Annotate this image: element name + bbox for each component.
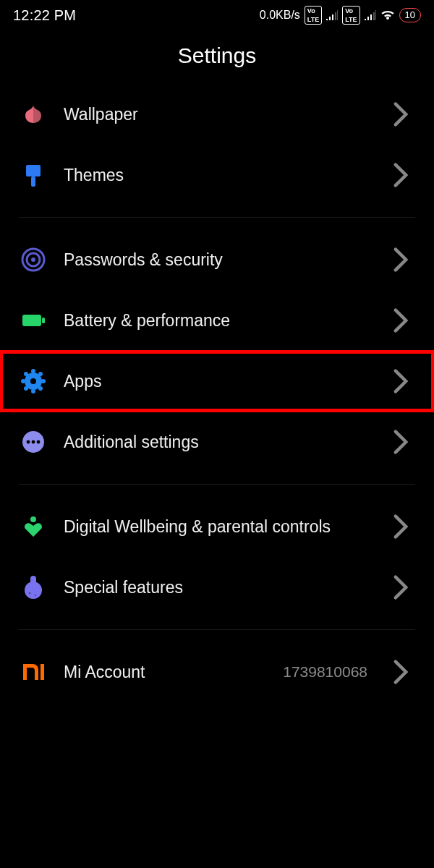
battery-indicator: 10: [399, 8, 421, 22]
svg-point-24: [29, 592, 31, 595]
svg-point-8: [30, 378, 36, 384]
settings-row-label: Apps: [64, 371, 370, 392]
settings-row-battery[interactable]: Battery & performance: [0, 290, 434, 351]
signal-icon: [365, 10, 376, 20]
chevron-right-icon: [388, 574, 414, 600]
flask-icon: [20, 574, 46, 600]
chevron-right-icon: [388, 247, 414, 273]
settings-row-themes[interactable]: Themes: [0, 145, 434, 205]
settings-row-label: Wallpaper: [64, 104, 370, 125]
svg-rect-1: [31, 176, 35, 187]
themes-icon: [20, 162, 46, 188]
settings-row-wallpaper[interactable]: Wallpaper: [0, 84, 434, 145]
svg-point-18: [27, 441, 30, 444]
chevron-right-icon: [388, 162, 414, 188]
wallpaper-icon: [20, 101, 46, 127]
separator: [19, 217, 415, 218]
sim1-badge: VoLTE: [305, 6, 322, 25]
svg-point-13: [24, 372, 28, 376]
fingerprint-icon: [20, 247, 46, 273]
settings-row-wellbeing[interactable]: Digital Wellbeing & parental controls: [0, 496, 434, 557]
chevron-right-icon: [388, 368, 414, 394]
settings-row-additional[interactable]: Additional settings: [0, 412, 434, 472]
settings-row-special[interactable]: Special features: [0, 557, 434, 618]
chevron-right-icon: [388, 659, 414, 685]
settings-row-label: Additional settings: [64, 432, 370, 453]
status-bar: 12:22 PM 0.0KB/s VoLTE VoLTE 10: [0, 0, 434, 27]
settings-row-label: Passwords & security: [64, 250, 370, 271]
wifi-icon: [380, 9, 395, 21]
svg-point-14: [38, 372, 43, 376]
settings-row-miaccount[interactable]: Mi Account 1739810068: [0, 642, 434, 702]
svg-point-9: [31, 369, 35, 373]
dots-icon: [20, 429, 46, 455]
page-title: Settings: [0, 27, 434, 84]
svg-rect-0: [26, 165, 41, 176]
svg-point-16: [38, 386, 43, 391]
svg-point-10: [31, 389, 35, 393]
status-bar-time: 12:22 PM: [13, 7, 76, 24]
settings-row-apps[interactable]: Apps: [0, 351, 434, 412]
svg-rect-5: [22, 315, 41, 326]
separator: [19, 484, 415, 485]
settings-row-label: Special features: [64, 577, 370, 598]
svg-rect-23: [30, 576, 36, 584]
chevron-right-icon: [388, 514, 414, 540]
chevron-right-icon: [388, 307, 414, 333]
svg-point-15: [24, 386, 28, 391]
separator: [19, 629, 415, 630]
settings-row-label: Digital Wellbeing & parental controls: [64, 516, 370, 537]
settings-row-value: 1739810068: [283, 663, 367, 681]
status-net-speed: 0.0KB/s: [260, 9, 300, 22]
sim2-badge: VoLTE: [342, 6, 359, 25]
svg-point-21: [30, 516, 36, 522]
svg-point-4: [31, 258, 35, 262]
settings-row-passwords[interactable]: Passwords & security: [0, 229, 434, 290]
settings-list: Wallpaper Themes Passwords & security Ba…: [0, 84, 434, 702]
svg-point-19: [32, 441, 35, 444]
svg-point-12: [41, 379, 46, 383]
status-bar-right: 0.0KB/s VoLTE VoLTE 10: [260, 6, 421, 25]
settings-row-label: Mi Account: [64, 662, 265, 683]
settings-row-label: Themes: [64, 165, 370, 186]
svg-point-11: [21, 379, 25, 383]
svg-point-20: [37, 441, 41, 444]
svg-rect-6: [42, 318, 45, 323]
chevron-right-icon: [388, 429, 414, 455]
svg-point-25: [35, 595, 36, 596]
wellbeing-icon: [20, 514, 46, 540]
battery-icon: [20, 307, 46, 333]
signal-icon: [326, 10, 338, 20]
chevron-right-icon: [388, 101, 414, 127]
settings-row-label: Battery & performance: [64, 310, 370, 331]
mi-logo-icon: [20, 659, 46, 685]
gear-icon: [20, 368, 46, 394]
